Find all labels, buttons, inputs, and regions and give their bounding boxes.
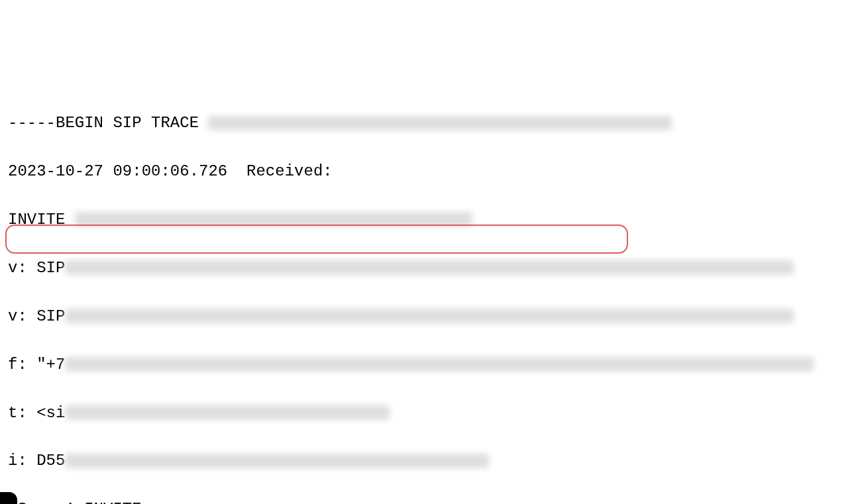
redacted-block [65,357,814,372]
cseq-line: CSeq: 1 INVITE [8,497,840,504]
from-line: f: "+7 [8,353,840,377]
timestamp-line: 2023-10-27 09:00:06.726 Received: [8,160,840,183]
redacted-block [65,260,794,275]
cseq-text: CSeq: 1 INVITE [8,500,142,504]
redacted-block [75,212,472,227]
bottom-corner-decoration [0,492,17,504]
via1-text: v: SIP [8,259,65,277]
via1-line: v: SIP [8,256,840,280]
invite-text: INVITE [8,211,75,228]
from-text: f: "+7 [8,356,65,374]
trace-begin-text: -----BEGIN SIP TRACE [8,114,208,132]
invite-line: INVITE [8,208,840,232]
trace-begin-line: -----BEGIN SIP TRACE [8,111,840,135]
redacted-block [65,405,390,420]
redacted-block [208,116,672,130]
via2-line: v: SIP [8,305,840,328]
callid-line: i: D55 [8,449,840,473]
to-text: t: <si [8,404,65,422]
redacted-block [65,309,794,323]
redacted-block [65,454,489,468]
via2-text: v: SIP [8,307,65,325]
timestamp-text: 2023-10-27 09:00:06.726 Received: [8,162,333,180]
to-line: t: <si [8,401,840,425]
callid-text: i: D55 [8,452,65,470]
